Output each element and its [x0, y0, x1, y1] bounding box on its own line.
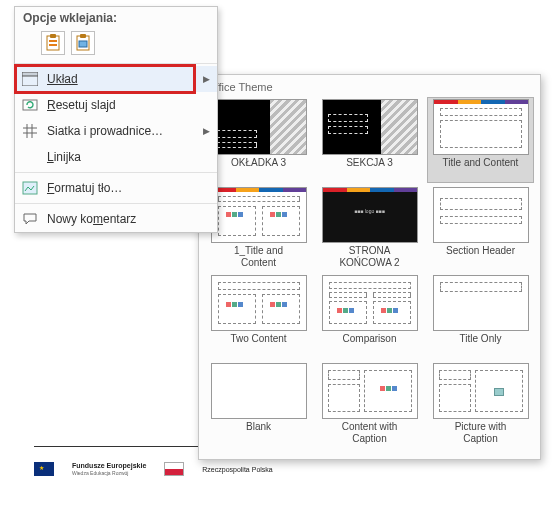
svg-rect-8: [22, 72, 38, 76]
svg-rect-15: [23, 182, 37, 194]
layout-flyout: Office Theme OKŁADKA 3SEKCJA 3Title and …: [198, 74, 541, 460]
eu-flag-icon: [34, 462, 54, 476]
layout-option-label: Content with Caption: [342, 421, 398, 445]
layout-option-label: Title Only: [460, 333, 502, 357]
layout-option-label: Blank: [246, 421, 271, 445]
menu-separator: [15, 203, 217, 204]
layout-grid: OKŁADKA 3SEKCJA 3Title and Content1_Titl…: [199, 95, 540, 451]
footer-logos: Fundusze EuropejskieWiedza Edukacja Rozw…: [34, 462, 273, 476]
svg-rect-0: [47, 36, 59, 50]
menu-separator: [15, 172, 217, 173]
layout-option-picturecap[interactable]: Picture with Caption: [427, 361, 534, 447]
paste-option-theme[interactable]: [41, 31, 65, 55]
layout-option-okladka3[interactable]: OKŁADKA 3: [205, 97, 312, 183]
layout-option-label: Two Content: [230, 333, 286, 357]
menu-label-layout: Układ: [47, 72, 195, 86]
menu-label-format-bg: Formatuj tło…: [47, 181, 211, 195]
eu-funds-label: Fundusze EuropejskieWiedza Edukacja Rozw…: [72, 462, 146, 476]
reset-icon: [21, 96, 39, 114]
layout-option-koncowa2[interactable]: ■■■ logo ■■■STRONA KOŃCOWA 2: [316, 185, 423, 271]
context-menu: Opcje wklejania: Układ ▶ Resetuj slajd S…: [14, 6, 218, 233]
menu-item-new-comment[interactable]: Nowy komentarz: [15, 206, 217, 232]
svg-rect-6: [79, 41, 87, 47]
layout-option-label: OKŁADKA 3: [231, 157, 286, 181]
menu-label-ruler: Linijka: [47, 150, 211, 164]
comment-icon: [21, 210, 39, 228]
menu-separator: [15, 63, 217, 64]
submenu-arrow-icon: ▶: [203, 74, 211, 84]
layout-option-sekcja3[interactable]: SEKCJA 3: [316, 97, 423, 183]
clipboard-picture-icon: [75, 34, 91, 52]
layout-option-1title[interactable]: 1_Title and Content: [205, 185, 312, 271]
layout-option-twocontent[interactable]: Two Content: [205, 273, 312, 359]
layout-icon: [21, 70, 39, 88]
layout-option-titleonly[interactable]: Title Only: [427, 273, 534, 359]
layout-option-contentcap[interactable]: Content with Caption: [316, 361, 423, 447]
svg-rect-3: [49, 44, 57, 46]
menu-label-comment: Nowy komentarz: [47, 212, 211, 226]
poland-flag-icon: [164, 462, 184, 476]
menu-item-layout[interactable]: Układ ▶: [15, 66, 217, 92]
layout-option-label: Section Header: [446, 245, 515, 269]
layout-option-label: Picture with Caption: [455, 421, 507, 445]
svg-rect-5: [80, 34, 86, 38]
menu-label-grid: Siatka i prowadnice…: [47, 124, 195, 138]
paste-option-picture[interactable]: [71, 31, 95, 55]
submenu-arrow-icon: ▶: [203, 126, 211, 136]
layout-option-secheader[interactable]: Section Header: [427, 185, 534, 271]
layout-option-label: Comparison: [343, 333, 397, 357]
layout-option-label: SEKCJA 3: [346, 157, 393, 181]
grid-icon: [21, 122, 39, 140]
poland-label: Rzeczpospolita Polska: [202, 466, 272, 473]
layout-option-comparison[interactable]: Comparison: [316, 273, 423, 359]
flyout-theme-title: Office Theme: [199, 75, 540, 95]
paste-options-header: Opcje wklejania:: [15, 7, 217, 27]
format-background-icon: [21, 179, 39, 197]
svg-rect-2: [49, 40, 57, 42]
layout-option-blank[interactable]: Blank: [205, 361, 312, 447]
svg-rect-1: [50, 34, 56, 38]
layout-option-label: 1_Title and Content: [234, 245, 283, 269]
layout-option-label: STRONA KOŃCOWA 2: [339, 245, 399, 269]
layout-option-titlecontent[interactable]: Title and Content: [427, 97, 534, 183]
menu-label-reset: Resetuj slajd: [47, 98, 211, 112]
layout-option-label: Title and Content: [443, 157, 519, 181]
ruler-icon: [21, 148, 39, 166]
clipboard-theme-icon: [45, 34, 61, 52]
menu-item-format-background[interactable]: Formatuj tło…: [15, 175, 217, 201]
menu-item-ruler[interactable]: Linijka: [15, 144, 217, 170]
paste-options-row: [15, 27, 217, 61]
menu-item-reset-slide[interactable]: Resetuj slajd: [15, 92, 217, 118]
menu-item-grid-guides[interactable]: Siatka i prowadnice… ▶: [15, 118, 217, 144]
